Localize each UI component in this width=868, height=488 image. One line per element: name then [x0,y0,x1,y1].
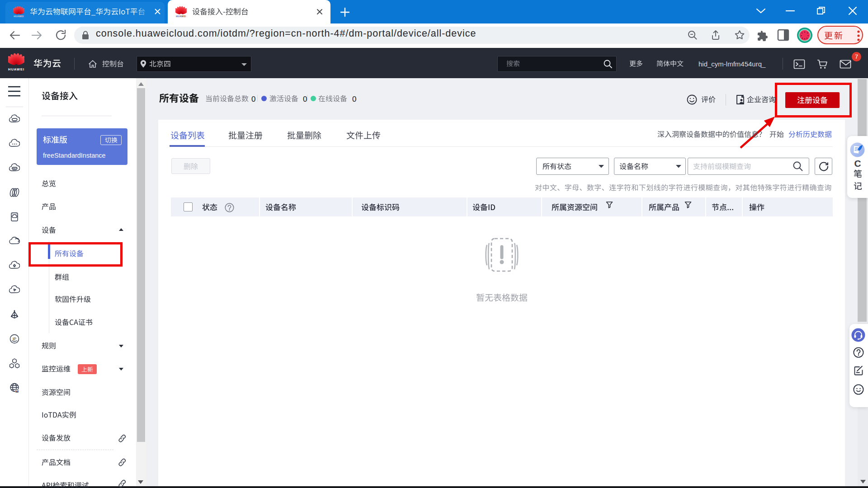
svg-text:IP: IP [13,337,16,341]
svg-text:W: W [15,389,19,393]
